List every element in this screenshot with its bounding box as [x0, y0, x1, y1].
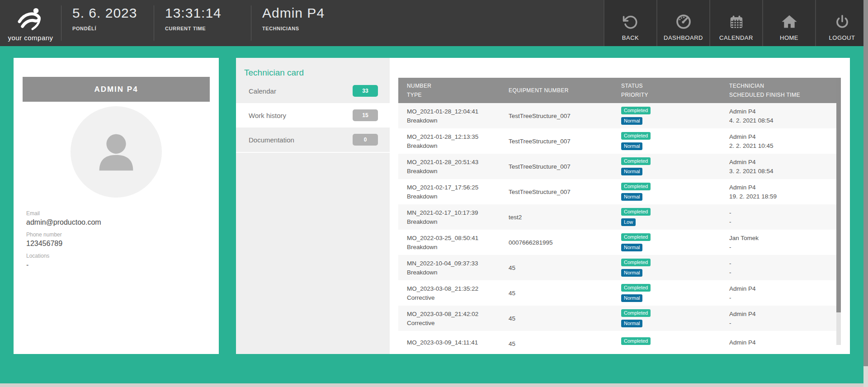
priority-badge: Normal [621, 244, 642, 251]
cell-number-type: MO_2023-03-08_21:42:02 Corrective [398, 306, 500, 331]
status-badge: Completed [621, 208, 651, 216]
cell-equipment-number: TestTreeStructure_007 [500, 103, 613, 128]
table-scrollbar[interactable] [836, 78, 841, 345]
scheduled-finish-time: - [729, 269, 837, 276]
cell-number-type: MO_2021-01-28_12:13:35 Breakdown [398, 128, 500, 154]
table-row[interactable]: MO_2021-01-28_20:51:43 Breakdown TestTre… [398, 154, 837, 179]
column-header-line: EQUIPMENT NUMBER [509, 87, 613, 94]
current-day-label: PONDĚLÍ [72, 26, 154, 31]
cell-status-priority: Completed Normal [613, 179, 721, 204]
table-scrollbar-thumb[interactable] [836, 78, 841, 312]
page-title: Admin P4 [262, 5, 604, 21]
work-history-table: NUMBER TYPE EQUIPMENT NUMBER STATUS PRIO… [398, 78, 837, 354]
locations-value: - [26, 261, 206, 269]
cell-equipment-number: TestTreeStructure_007 [500, 179, 613, 204]
work-order-type: Breakdown [407, 193, 500, 200]
company-logo[interactable]: your company [0, 0, 61, 46]
current-time-block: 13:31:14 CURRENT TIME [154, 0, 251, 46]
vertical-scrollbar-thumb[interactable] [863, 0, 868, 366]
work-order-number: MO_2021-01-28_12:13:35 [407, 133, 500, 140]
column-header-line: PRIORITY [621, 92, 721, 98]
phone-value: 123456789 [26, 240, 206, 248]
dashboard-button[interactable]: DASHBOARD [656, 0, 709, 46]
technician-name-bar: ADMIN P4 [23, 77, 210, 102]
work-order-type: Breakdown [407, 218, 500, 225]
scheduled-finish-time: 19. 2. 2021 18:59 [729, 193, 837, 200]
priority-badge: Normal [621, 117, 642, 125]
cell-equipment-number: 0007666281995 [500, 230, 613, 255]
cell-technician-finish: Admin P4 - [721, 280, 837, 306]
vertical-scrollbar[interactable] [863, 0, 868, 387]
scheduled-finish-time: - [729, 218, 837, 225]
sidebar-menu-item[interactable]: Calendar 33 [236, 79, 390, 103]
company-logo-mark-icon [13, 7, 48, 33]
technician-name: Admin P4 [729, 285, 837, 292]
sidebar-menu-item[interactable]: Work history 15 [236, 103, 390, 127]
header-nav: BACK DASHBOARD [604, 0, 868, 46]
table-row[interactable]: MO_2021-01-28_12:04:41 Breakdown TestTre… [398, 103, 837, 128]
cell-technician-finish: Jan Tomek - [721, 230, 837, 255]
table-row[interactable]: MO_2023-03-08_21:35:22 Corrective 45 Com… [398, 280, 837, 306]
priority-badge: Normal [621, 320, 642, 327]
technician-name: Admin P4 [729, 339, 837, 346]
table-row[interactable]: MO_2022-03-25_08:50:41 Breakdown 0007666… [398, 230, 837, 255]
table-row[interactable]: MO_2021-02-17_17:56:25 Breakdown TestTre… [398, 179, 837, 204]
work-order-number: MO_2022-03-25_08:50:41 [407, 235, 500, 241]
technician-name: Admin P4 [729, 133, 837, 140]
cell-technician-finish: Admin P4 [721, 331, 837, 354]
technician-name: - [729, 209, 837, 216]
column-header-line: TECHNICIAN [729, 83, 837, 89]
dashboard-icon [675, 12, 692, 30]
table-row[interactable]: MO_2023-03-09_14:11:41 45 Completed Admi… [398, 331, 837, 354]
work-order-type: Breakdown [407, 244, 500, 250]
page-title-block: Admin P4 TECHNICIANS [251, 0, 604, 46]
menu-item-count-badge: 15 [353, 109, 378, 121]
technician-name: Admin P4 [729, 159, 837, 165]
cell-status-priority: Completed Normal [613, 154, 721, 179]
cell-number-type: MO_2022-03-25_08:50:41 Breakdown [398, 230, 500, 255]
cell-equipment-number: 45 [500, 331, 613, 354]
priority-badge: Normal [621, 294, 642, 302]
table-row[interactable]: MO_2021-01-28_12:13:35 Breakdown TestTre… [398, 128, 837, 154]
menu-item-label: Work history [249, 112, 286, 119]
status-badge: Completed [621, 309, 651, 317]
status-badge: Completed [621, 183, 651, 190]
table-row[interactable]: MN_2021-02-17_10:17:39 Breakdown test2 C… [398, 204, 837, 230]
cell-equipment-number: test2 [500, 204, 613, 230]
status-badge: Completed [621, 284, 651, 292]
menu-item-count-badge: 0 [353, 134, 378, 146]
home-button[interactable]: HOME [762, 0, 815, 46]
top-header: your company 5. 6. 2023 PONDĚLÍ 13:31:14… [0, 0, 868, 46]
sidebar-title: Technician card [244, 68, 304, 78]
home-icon [781, 12, 798, 30]
current-time: 13:31:14 [165, 5, 251, 21]
locations-label: Locations [26, 253, 206, 259]
work-order-type: Corrective [407, 294, 500, 301]
calendar-button[interactable]: CALENDAR [709, 0, 762, 46]
column-header-number-type: NUMBER TYPE [398, 78, 500, 103]
cell-technician-finish: Admin P4 3. 2. 2021 08:54 [721, 154, 837, 179]
work-history-content: NUMBER TYPE EQUIPMENT NUMBER STATUS PRIO… [390, 58, 850, 354]
scheduled-finish-time: - [729, 244, 837, 250]
horizontal-scrollbar[interactable] [0, 383, 868, 387]
technician-name: Admin P4 [729, 184, 837, 191]
sidebar-menu-item[interactable]: Documentation 0 [236, 127, 390, 152]
technician-name: Jan Tomek [729, 235, 837, 241]
table-row[interactable]: MN_2022-10-04_09:37:33 Breakdown 45 Comp… [398, 255, 837, 280]
work-order-number: MO_2021-02-17_17:56:25 [407, 184, 500, 191]
profile-info: Email admin@productoo.com Phone number 1… [26, 205, 206, 269]
table-row[interactable]: MO_2023-03-08_21:42:02 Corrective 45 Com… [398, 306, 837, 331]
nav-label: LOGOUT [829, 34, 855, 41]
back-button[interactable]: BACK [604, 0, 656, 46]
cell-status-priority: Completed [613, 331, 721, 354]
cell-equipment-number: 45 [500, 280, 613, 306]
cell-number-type: MN_2022-10-04_09:37:33 Breakdown [398, 255, 500, 280]
status-badge: Completed [621, 233, 651, 241]
technician-name: - [729, 260, 837, 267]
priority-badge: Normal [621, 269, 642, 277]
page-subtitle: TECHNICIANS [262, 26, 604, 31]
company-logo-text: your company [8, 34, 53, 42]
priority-badge: Low [621, 218, 636, 226]
logout-button[interactable]: LOGOUT [815, 0, 868, 46]
work-order-number: MO_2021-01-28_20:51:43 [407, 159, 500, 165]
